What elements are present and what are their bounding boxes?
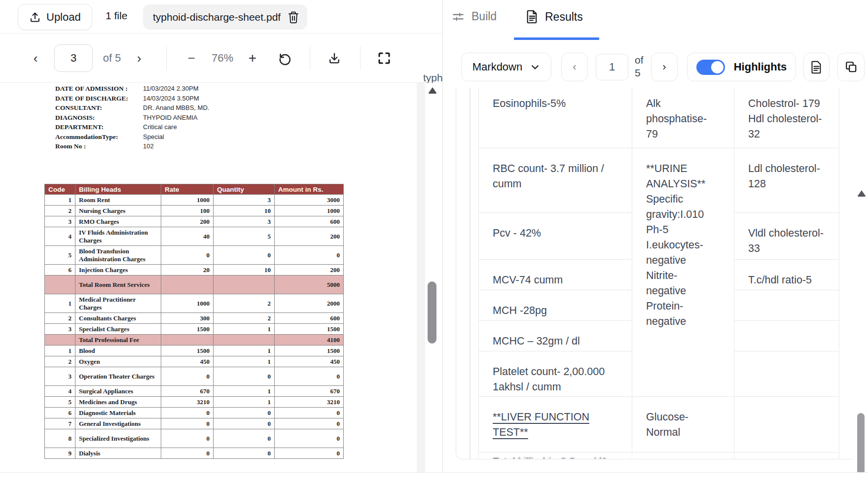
- tab-build[interactable]: Build: [452, 10, 497, 23]
- billing-cell-rate: 3210: [161, 397, 214, 408]
- results-page-input[interactable]: [596, 54, 628, 80]
- tabs-row: Build Results: [443, 0, 868, 44]
- billing-cell-rate: 0: [161, 429, 214, 448]
- billing-cell-code: 3: [45, 216, 75, 227]
- results-cell: **LIVER FUNCTION TEST**: [478, 397, 632, 452]
- results-cell: T.c/hdl ratio-5: [734, 260, 839, 290]
- billing-header-cell: Rate: [161, 184, 214, 195]
- billing-cell-amount: 1500: [275, 346, 344, 356]
- results-pane: Build Results Markdown: [443, 0, 868, 472]
- billing-cell-qty: 1: [214, 397, 275, 408]
- pdf-scrollbar-thumb[interactable]: [428, 281, 436, 344]
- upload-label: Upload: [46, 11, 81, 24]
- page-count-label: of 5: [97, 34, 127, 83]
- pdf-field-row: DIAGNOSIS:THYPOID ANEMIA: [55, 113, 209, 123]
- pdf-page-canvas[interactable]: DATE OF ADMISSION :11/03/2024 2.30PMDATE…: [0, 83, 443, 472]
- results-cell: Ldl cholesterol- 128: [734, 148, 839, 213]
- billing-cell-head: Oxygen: [75, 356, 161, 367]
- zoom-in-button[interactable]: +: [245, 34, 260, 83]
- billing-cell-code: [45, 276, 75, 294]
- billing-cell-head: Total Room Rent Services: [75, 276, 161, 294]
- rotate-icon[interactable]: [275, 34, 295, 83]
- toolbar-divider: [166, 46, 167, 70]
- billing-header-cell: Amount in Rs.: [275, 184, 344, 195]
- page-number-input[interactable]: [54, 44, 93, 72]
- billing-cell-qty: [214, 335, 275, 346]
- active-tab-indicator: [514, 37, 599, 40]
- billing-cell-head: Blood: [75, 346, 161, 356]
- chevron-down-icon: [530, 62, 540, 72]
- toggle-knob: [711, 61, 723, 73]
- pdf-field-row: Room No :102: [55, 141, 209, 151]
- results-cell: Glucose- Normal: [632, 397, 734, 452]
- file-count: 1 file: [106, 10, 127, 22]
- results-prev-page-button[interactable]: ‹: [561, 53, 588, 81]
- results-cell: Pcv - 42%: [478, 213, 632, 260]
- pdf-gutter: [417, 83, 425, 472]
- pdf-field-row: DATE OF ADMISSION :11/03/2024 2.30PM: [55, 84, 209, 94]
- results-cell: [734, 321, 839, 351]
- billing-cell-head: Total Professional Fee: [75, 335, 161, 346]
- results-cell: RBC count- 3.7 million / cumm: [478, 148, 632, 213]
- results-scrollbar-thumb[interactable]: [857, 413, 865, 472]
- pdf-field-label: DATE OF ADMISSION :: [55, 84, 143, 94]
- download-icon[interactable]: [325, 34, 344, 83]
- billing-row: 3Operation Theater Charges000: [45, 367, 344, 386]
- billing-header-cell: Billing Heads: [75, 184, 161, 195]
- blockquote-bar: [470, 88, 470, 459]
- page-prev-button[interactable]: ‹: [28, 34, 43, 83]
- zoom-out-button[interactable]: −: [183, 34, 199, 83]
- billing-row: 6Injection Charges2010200: [45, 265, 344, 276]
- billing-cell-rate: 0: [161, 408, 214, 418]
- billing-cell-head: Dialysis: [75, 448, 161, 459]
- copy-button[interactable]: [837, 53, 865, 81]
- results-link[interactable]: **LIVER FUNCTION TEST**: [493, 411, 589, 438]
- fullscreen-icon[interactable]: [374, 34, 395, 83]
- billing-cell-head: Specialist Charges: [75, 324, 161, 335]
- trash-icon[interactable]: [288, 11, 299, 24]
- billing-row: 1Room Rent100033000: [45, 195, 344, 206]
- pdf-field-label: DATE OF DISCHARGE:: [55, 94, 143, 104]
- billing-row: 2Oxygen4501450: [45, 356, 344, 367]
- billing-cell-amount: 4100: [275, 335, 344, 346]
- billing-row: 5Medicines and Drugs321013210: [45, 397, 344, 408]
- file-topbar: Upload 1 file typhoid-discharge-sheet.pd…: [0, 0, 443, 34]
- billing-cell-code: [45, 335, 75, 346]
- scroll-up-arrow-icon[interactable]: [857, 190, 866, 197]
- page-next-button[interactable]: ›: [131, 34, 147, 83]
- billing-cell-amount: 670: [275, 386, 344, 397]
- billing-cell-code: 9: [45, 448, 75, 459]
- format-dropdown[interactable]: Markdown: [461, 53, 551, 81]
- billing-cell-rate: 450: [161, 356, 214, 367]
- billing-cell-rate: 200: [161, 216, 214, 227]
- billing-cell-qty: 5: [214, 227, 275, 246]
- pdf-field-value: DR. Anand MBBS, MD.: [143, 103, 209, 113]
- billing-cell-rate: 1000: [161, 195, 214, 206]
- billing-cell-amount: 0: [275, 448, 344, 459]
- billing-cell-amount: 600: [275, 313, 344, 324]
- results-merged-cell: **URINE ANALYSIS** Specific gravity:I.01…: [632, 148, 734, 397]
- billing-cell-qty: 2: [214, 294, 275, 313]
- highlights-toggle[interactable]: [696, 60, 725, 75]
- billing-cell-head: RMO Charges: [75, 216, 161, 227]
- pdf-field-row: AccommodationType:Special: [55, 132, 209, 142]
- results-table: Eosinophils-5%Alk phosphatise- 79Cholest…: [478, 88, 839, 459]
- view-raw-button[interactable]: [803, 53, 830, 81]
- results-cell: Vldl cholesterol-33: [734, 213, 839, 260]
- results-cell: Alk phosphatise- 79: [632, 88, 734, 148]
- zoom-level-label: 76%: [206, 34, 239, 83]
- results-next-page-button[interactable]: ›: [651, 53, 678, 81]
- billing-cell-amount: 3210: [275, 397, 344, 408]
- results-markdown-area[interactable]: Eosinophils-5%Alk phosphatise- 79Cholest…: [443, 88, 868, 472]
- file-chip[interactable]: typhoid-discharge-sheet.pdf: [143, 4, 307, 30]
- results-cell: [734, 290, 839, 321]
- billing-cell-amount: 200: [275, 227, 344, 246]
- results-cell: [632, 452, 734, 459]
- tab-results[interactable]: Results: [526, 10, 583, 24]
- scroll-up-arrow-icon[interactable]: [428, 87, 437, 94]
- results-cell: MCH -28pg: [478, 290, 632, 321]
- upload-button[interactable]: Upload: [18, 4, 92, 30]
- format-dropdown-value: Markdown: [472, 61, 522, 73]
- pdf-field-value: 11/03/2024 2.30PM: [143, 84, 199, 94]
- pdf-viewer-pane: Upload 1 file typhoid-discharge-sheet.pd…: [0, 0, 443, 472]
